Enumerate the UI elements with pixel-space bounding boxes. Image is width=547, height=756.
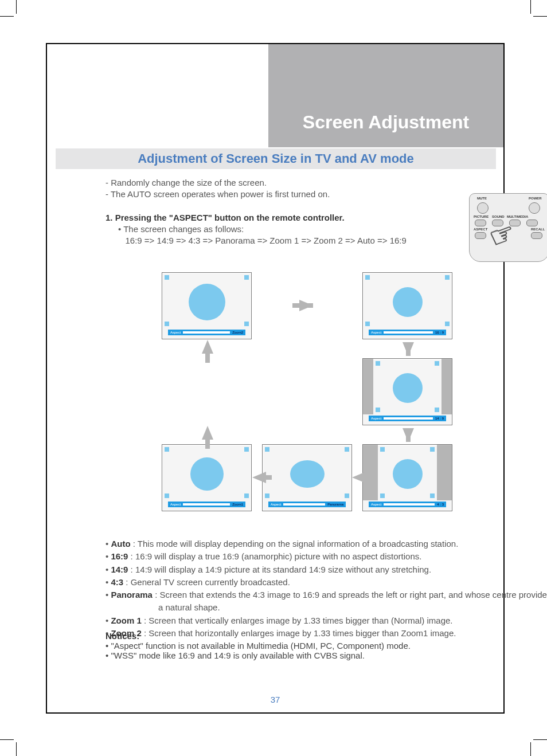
arrow-up-icon (202, 340, 213, 354)
osd-value-16-9: 16 : 9 (435, 331, 444, 334)
step1-sub: • The screen changes as follows: (106, 224, 478, 235)
osd-label: Aspect (170, 331, 181, 334)
mode-desc-auto: This mode will display depending on the … (138, 539, 459, 549)
notices-heading: Notices: (106, 631, 541, 641)
remote-picture-button (475, 220, 486, 226)
section-title-bar: Adjustment of Screen Size in TV and AV m… (56, 148, 496, 169)
remote-power-button (529, 202, 540, 214)
step1-heading: 1. Pressing the "ASPECT" button on the r… (106, 213, 345, 222)
mode-desc-panorama-cont: a natural shape. (106, 602, 547, 613)
osd-value-4-3: 4 : 3 (437, 503, 444, 506)
arrow-down-icon (403, 428, 414, 442)
remote-sound-button (492, 220, 503, 226)
mode-desc-panorama: Screen that extends the 4:3 image to 16:… (159, 590, 547, 600)
step1-sequence: 16:9 => 14:9 => 4:3 => Panorama => Zoom … (106, 235, 478, 246)
notices-block: Notices: • "Aspect" function is not avai… (106, 631, 541, 660)
remote-aspect-button (475, 232, 486, 239)
osd-value-panorama: Panorama (327, 503, 343, 506)
intro-text: - Randomly change the size of the screen… (106, 177, 478, 247)
remote-mute-button (477, 202, 489, 214)
mode-name-149: 14:9 (111, 565, 128, 574)
arrow-left-icon (352, 472, 366, 483)
arrow-up-icon (202, 426, 213, 440)
page-title: Screen Adjustment (268, 112, 503, 133)
mode-name-43: 4:3 (111, 577, 123, 587)
osd-label: Aspect (371, 417, 381, 420)
osd-value-zoom1: Zoom1 (232, 503, 243, 506)
osd-label: Aspect (170, 503, 181, 506)
mode-desc-zoom1: Screen that vertically enlarges image by… (149, 616, 452, 625)
tv-4-3: Aspect4 : 3 (362, 444, 452, 511)
mode-descriptions: • Auto : This mode will display dependin… (106, 538, 547, 640)
osd-label: Aspect (271, 503, 281, 506)
notice-1: • "Aspect" function is not available in … (106, 641, 541, 651)
mode-name-auto: Auto (111, 539, 130, 549)
mode-desc-169: 16:9 will display a true 16:9 (anamorphi… (135, 551, 421, 561)
mode-name-169: 16:9 (111, 551, 128, 561)
tv-zoom2: AspectZoom2 (162, 272, 252, 339)
remote-label-aspect: ASPECT (474, 228, 487, 231)
tv-zoom1: AspectZoom1 (162, 444, 252, 511)
remote-label-recall: RECALL (531, 228, 545, 231)
mode-name-zoom1: Zoom 1 (111, 616, 141, 625)
arrow-left-icon (252, 472, 266, 483)
remote-illustration: MUTE POWER PICTURE SOUND MULTIMEDIA ASPE… (469, 193, 547, 262)
osd-label: Aspect (371, 503, 381, 506)
mode-desc-43: General TV screen currently broadcasted. (131, 577, 290, 587)
osd-value-14-9: 14 : 9 (435, 417, 444, 420)
osd-label: Aspect (371, 331, 381, 334)
aspect-cycle-diagram: AspectAuto Aspect16 : 9 AspectZoom2 Aspe… (110, 272, 500, 524)
osd-value-zoom2: Zoom2 (232, 331, 243, 334)
intro-line2: - The AUTO screen operates when power is… (106, 189, 478, 200)
tv-14-9: Aspect14 : 9 (362, 358, 452, 425)
arrow-down-icon (403, 342, 414, 356)
page-number: 37 (47, 695, 503, 704)
remote-multimedia-button (509, 220, 521, 226)
manual-page: Screen Adjustment Adjustment of Screen S… (46, 43, 505, 714)
remote-label-multimedia: MULTIMEDIA (507, 215, 528, 218)
remote-extra-button (526, 220, 538, 226)
remote-recall-button (531, 232, 542, 239)
remote-label-mute: MUTE (477, 197, 487, 200)
remote-label-sound: SOUND (492, 215, 505, 218)
notice-2: • "WSS" mode like 16:9 and 14:9 is only … (106, 651, 541, 660)
tv-16-9: Aspect16 : 9 (362, 272, 452, 339)
remote-label-picture: PICTURE (474, 215, 489, 218)
mode-name-panorama: Panorama (111, 590, 153, 600)
arrow-right-icon (299, 300, 313, 311)
intro-line1: - Randomly change the size of the screen… (106, 177, 478, 189)
mode-desc-149: 14:9 will display a 14:9 picture at its … (135, 565, 431, 574)
tv-panorama: AspectPanorama (262, 444, 352, 511)
remote-label-power: POWER (529, 197, 542, 200)
